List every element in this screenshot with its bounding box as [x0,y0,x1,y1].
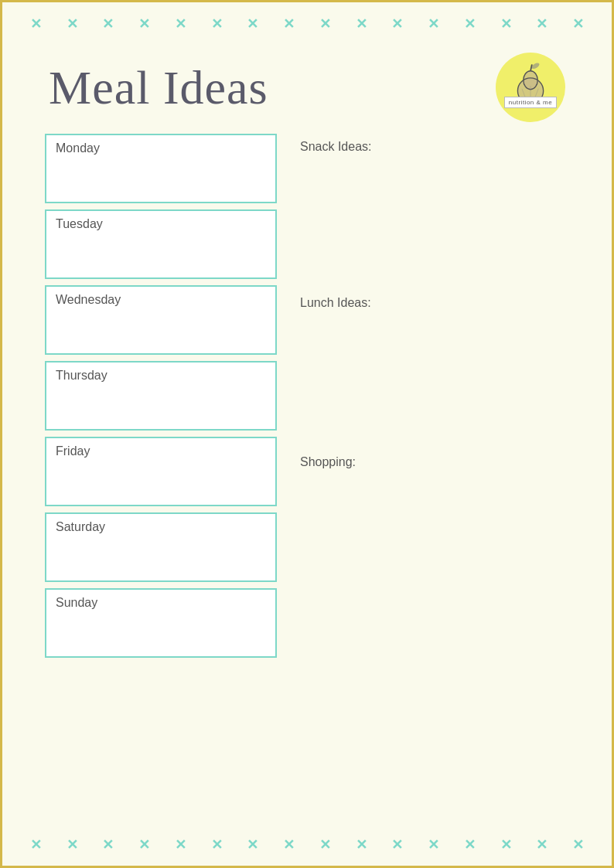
thursday-box[interactable]: Thursday [45,361,277,431]
sunday-label: Sunday [56,596,266,610]
cross-icon: ✕ [247,15,258,32]
main-content: Monday Tuesday Wednesday Thursday Friday… [2,126,612,665]
cross-icon: ✕ [283,15,295,32]
snack-ideas-box[interactable] [300,158,573,290]
monday-box[interactable]: Monday [45,134,277,203]
cross-icon: ✕ [67,836,78,853]
cross-icon: ✕ [211,836,223,853]
cross-icon: ✕ [500,15,512,32]
cross-icon: ✕ [102,15,114,32]
friday-box[interactable]: Friday [45,437,277,506]
shopping-box[interactable] [300,474,573,628]
wednesday-box[interactable]: Wednesday [45,285,277,355]
cross-icon: ✕ [391,15,403,32]
cross-icon: ✕ [102,836,114,853]
cross-icon: ✕ [67,15,78,32]
cross-icon: ✕ [536,836,547,853]
sunday-box[interactable]: Sunday [45,588,277,658]
lunch-section: Lunch Ideas: [300,290,573,446]
bottom-border: ✕ ✕ ✕ ✕ ✕ ✕ ✕ ✕ ✕ ✕ ✕ ✕ ✕ ✕ ✕ ✕ [2,823,612,866]
cross-icon: ✕ [30,836,42,853]
lunch-label: Lunch Ideas: [300,296,573,310]
saturday-box[interactable]: Saturday [45,512,277,582]
snack-section: Snack Ideas: [300,134,573,290]
logo: nutrition & me [496,53,565,122]
monday-label: Monday [56,141,266,155]
thursday-label: Thursday [56,369,266,383]
cross-icon: ✕ [211,15,223,32]
cross-icon: ✕ [428,15,439,32]
header: Meal Ideas nutrition & me [2,45,612,126]
cross-icon: ✕ [572,836,584,853]
days-column: Monday Tuesday Wednesday Thursday Friday… [45,134,285,658]
snack-label: Snack Ideas: [300,140,573,154]
right-column: Snack Ideas: Lunch Ideas: Shopping: [300,134,573,658]
page: ✕ ✕ ✕ ✕ ✕ ✕ ✕ ✕ ✕ ✕ ✕ ✕ ✕ ✕ ✕ ✕ Meal Ide… [0,0,614,868]
shopping-label: Shopping: [300,455,573,469]
cross-icon: ✕ [391,836,403,853]
cross-icon: ✕ [572,15,584,32]
cross-icon: ✕ [247,836,258,853]
cross-icon: ✕ [283,836,295,853]
cross-icon: ✕ [464,836,476,853]
cross-icon: ✕ [175,15,186,32]
cross-icon: ✕ [356,15,367,32]
cross-icon: ✕ [138,836,150,853]
cross-icon: ✕ [428,836,439,853]
cross-icon: ✕ [175,836,186,853]
top-border: ✕ ✕ ✕ ✕ ✕ ✕ ✕ ✕ ✕ ✕ ✕ ✕ ✕ ✕ ✕ ✕ [2,2,612,45]
brand-label: nutrition & me [504,97,557,108]
cross-icon: ✕ [319,836,331,853]
cross-icon: ✕ [356,836,367,853]
cross-icon: ✕ [464,15,476,32]
cross-icon: ✕ [30,15,42,32]
cross-icon: ✕ [500,836,512,853]
saturday-label: Saturday [56,520,266,534]
page-title: Meal Ideas [49,60,268,115]
tuesday-label: Tuesday [56,217,266,231]
cross-icon: ✕ [138,15,150,32]
shopping-section: Shopping: [300,449,573,628]
tuesday-box[interactable]: Tuesday [45,209,277,279]
friday-label: Friday [56,444,266,458]
cross-icon: ✕ [319,15,331,32]
cross-icon: ✕ [536,15,547,32]
lunch-ideas-box[interactable] [300,315,573,446]
wednesday-label: Wednesday [56,293,266,307]
